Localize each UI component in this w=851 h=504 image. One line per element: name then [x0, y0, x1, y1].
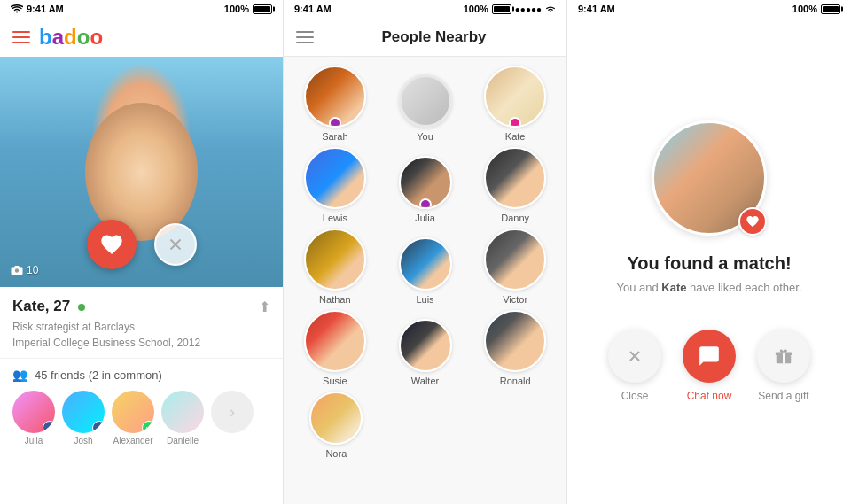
social-badge-fb-josh: f	[92, 421, 105, 433]
person-nathan[interactable]: Nathan	[293, 229, 378, 305]
person-susie[interactable]: Susie	[293, 310, 378, 386]
person-nora[interactable]: Nora	[293, 392, 380, 459]
friends-count: 45 friends (2 in common)	[35, 368, 162, 382]
avatar-lewis	[304, 147, 366, 209]
friend-name-josh: Josh	[74, 436, 92, 446]
svg-point-7	[712, 353, 714, 355]
avatar-circle-josh: f	[62, 391, 105, 433]
svg-point-5	[705, 353, 707, 355]
profile-info: Kate, 27 ⬆ Risk strategist at Barclays I…	[0, 287, 283, 359]
friend-name-julia: Julia	[25, 436, 43, 446]
friend-name-alexander: Alexander	[113, 436, 152, 446]
time-display-2: 9:41 AM	[294, 4, 332, 14]
avatar-victor	[484, 229, 546, 291]
person-walter[interactable]: Walter	[383, 319, 468, 386]
people-grid: Sarah You Kate Lewis	[284, 57, 566, 504]
panel2-nav: People Nearby	[284, 18, 566, 57]
location-pin-kate	[506, 114, 524, 128]
friends-icon: 👥	[12, 368, 27, 382]
gift-button[interactable]	[757, 330, 810, 383]
avatar-walter	[399, 319, 452, 372]
svg-point-6	[708, 353, 710, 355]
status-bar-3: 9:41 AM 100%	[567, 0, 851, 18]
match-heart-badge	[738, 207, 767, 236]
profile-name: Kate, 27	[12, 298, 70, 314]
name-lewis: Lewis	[323, 213, 347, 223]
person-lewis[interactable]: Lewis	[293, 147, 378, 223]
person-julia[interactable]: Julia	[383, 156, 468, 223]
close-button[interactable]	[608, 330, 661, 383]
match-content: You found a match! You and Kate have lik…	[567, 18, 851, 504]
avatar-ronald	[484, 310, 546, 372]
heart-icon	[99, 232, 124, 257]
person-luis[interactable]: Luis	[383, 237, 468, 305]
match-title: You found a match!	[627, 253, 791, 274]
panel-nearby: 9:41 AM 100% ●●●●● People Nearby	[284, 0, 567, 504]
friend-name-danielle: Danielle	[167, 436, 199, 446]
online-indicator	[78, 304, 85, 311]
like-button[interactable]	[87, 220, 137, 269]
friend-danielle[interactable]: Danielle	[161, 391, 204, 446]
avatar-julia	[399, 156, 452, 209]
friend-julia[interactable]: f Julia	[12, 391, 55, 446]
photo-count: 10	[11, 264, 38, 276]
name-susie: Susie	[323, 376, 347, 386]
name-walter: Walter	[411, 376, 439, 386]
match-actions: Close Chat now	[608, 330, 810, 402]
badoo-logo: badoo	[39, 25, 103, 50]
gift-label: Send a gift	[758, 390, 808, 402]
share-button[interactable]: ⬆	[259, 299, 270, 315]
menu-button[interactable]	[12, 31, 30, 43]
time-display-3: 9:41 AM	[578, 4, 615, 14]
avatar-danny	[484, 147, 546, 209]
profile-photo[interactable]: 10	[0, 57, 283, 287]
friend-josh[interactable]: f Josh	[62, 391, 105, 446]
status-bar-1: 9:41 AM 100%	[0, 0, 283, 18]
avatar-nathan	[304, 229, 366, 291]
close-label: Close	[621, 390, 649, 402]
avatar-sarah	[304, 66, 366, 128]
person-victor[interactable]: Victor	[472, 229, 558, 305]
match-name: Kate	[661, 281, 686, 294]
people-row-0: Sarah You Kate	[293, 66, 558, 142]
battery-icon-3	[821, 4, 840, 14]
person-ronald[interactable]: Ronald	[472, 310, 558, 386]
avatar-circle-more: ›	[211, 391, 254, 433]
friend-more[interactable]: ›	[211, 391, 254, 446]
skip-button[interactable]	[154, 223, 197, 266]
action-gift-col: Send a gift	[757, 330, 810, 402]
panel-profile: 9:41 AM 100% badoo 10	[0, 0, 284, 504]
location-pin-sarah	[326, 114, 344, 128]
name-nathan: Nathan	[319, 294, 350, 305]
location-pin-julia	[417, 196, 434, 209]
person-sarah[interactable]: Sarah	[293, 66, 378, 142]
x-icon	[166, 235, 185, 254]
top-nav-1: badoo	[0, 18, 283, 57]
person-danny[interactable]: Danny	[472, 147, 558, 223]
chat-button[interactable]	[683, 330, 736, 383]
profile-job: Risk strategist at Barclays Imperial Col…	[12, 319, 270, 351]
name-victor: Victor	[503, 294, 527, 305]
wifi-icon	[11, 4, 23, 13]
signal-2: ●●●●●	[515, 4, 542, 14]
people-row-1: Lewis Julia Danny	[293, 147, 558, 223]
avatar-nora	[309, 392, 363, 445]
action-close-col: Close	[608, 330, 661, 402]
friends-avatars: f Julia f Josh w Alexander Danielle ›	[0, 391, 283, 454]
people-row-2: Nathan Luis Victor	[293, 229, 558, 305]
name-sarah: Sarah	[322, 131, 347, 142]
menu-button-2[interactable]	[296, 31, 314, 43]
gift-icon	[774, 346, 793, 366]
avatar-kate	[484, 66, 546, 128]
person-kate[interactable]: Kate	[472, 66, 558, 142]
time-display: 9:41 AM	[27, 4, 64, 14]
status-right-3: 100%	[792, 4, 840, 14]
match-subtitle: You and Kate have liked each other.	[616, 281, 801, 294]
friend-alexander[interactable]: w Alexander	[112, 391, 154, 446]
profile-name-row: Kate, 27 ⬆	[12, 298, 270, 315]
avatar-circle-alexander: w	[112, 391, 154, 433]
social-badge-fb: f	[43, 421, 55, 433]
person-you[interactable]: You	[383, 74, 468, 142]
chat-icon	[698, 345, 721, 368]
battery-icon	[253, 4, 272, 14]
